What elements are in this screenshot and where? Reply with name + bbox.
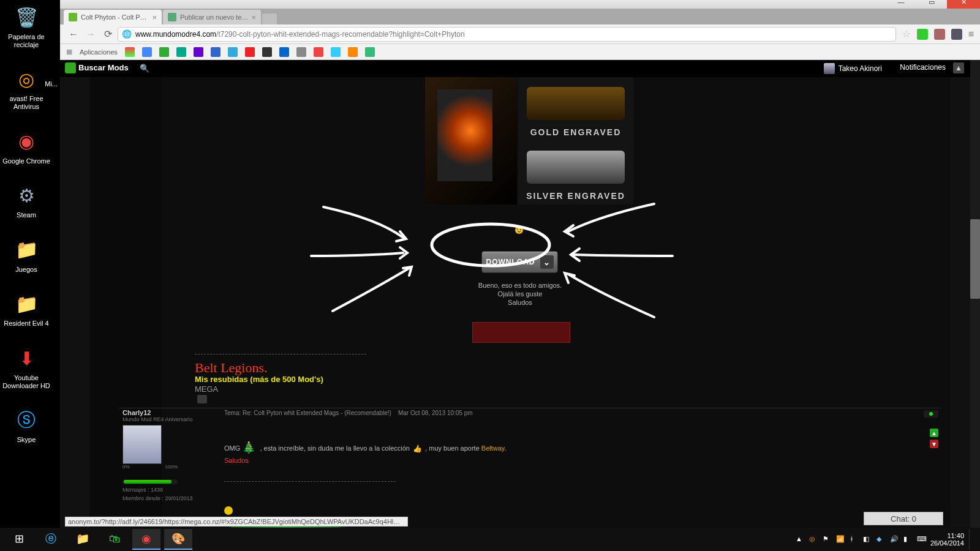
bookmark-icon[interactable] (228, 47, 238, 57)
url-path: /t7290-colt-pyton-whit-extended-mags-rec… (216, 30, 465, 39)
folder-icon: 📁 (13, 290, 40, 317)
window-titlebar[interactable]: — ▭ ✕ (60, 0, 980, 9)
start-button[interactable]: ⊞ (5, 529, 33, 550)
reply-rank: Mundo Mod RE4 Aniversario (123, 416, 196, 422)
extension-icon[interactable] (951, 29, 962, 40)
taskbar-explorer[interactable]: 📁 (69, 529, 97, 550)
upvote-button[interactable]: ▲ (930, 429, 938, 437)
tray-icon[interactable]: ◆ (876, 535, 885, 544)
desktop-icon-ytd[interactable]: ⬇Youtube Downloader HD (0, 345, 53, 389)
desktop-icon-skype[interactable]: ⓢSkype (0, 407, 53, 444)
bookmark-icon[interactable] (159, 47, 169, 57)
post-divider (119, 408, 941, 408)
url-host: www.mundomodre4.com (135, 30, 216, 39)
signature-link[interactable]: MEGA (195, 384, 218, 394)
tray-avast-icon[interactable]: ◎ (809, 535, 818, 544)
tray-flag-icon[interactable]: ⚑ (823, 535, 831, 544)
taskbar: ⊞ ⓔ 📁 🛍 ◉ 🎨 ▲ ◎ ⚑ 📶 ᚼ ◧ ◆ 🔊 ▮ ⌨ 11:40 26… (0, 528, 980, 551)
browser-tab-active[interactable]: Colt Phyton - Colt Pyton ... × (64, 10, 162, 24)
download-icon: ⬇ (13, 345, 40, 372)
scrollbar[interactable] (970, 60, 980, 528)
url-input[interactable]: 🌐 www.mundomodre4.com/t7290-colt-pyton-w… (118, 27, 896, 42)
tab-close-icon[interactable]: × (251, 13, 256, 22)
taskbar-paint[interactable]: 🎨 (164, 529, 192, 550)
bookmark-icon[interactable] (142, 47, 152, 57)
tray-battery-icon[interactable]: ▮ (903, 535, 912, 544)
annotation-arrows (60, 60, 918, 366)
desktop-icon-juegos[interactable]: 📁Juegos (0, 236, 53, 274)
reply-date: Mar Oct 08, 2013 10:05 pm (398, 410, 473, 416)
bookmark-icon[interactable] (194, 47, 203, 57)
bookmark-icon[interactable] (348, 47, 358, 57)
extension-icon[interactable] (934, 29, 945, 40)
reload-button[interactable]: ⟳ (100, 27, 115, 42)
tray-volume-icon[interactable]: 🔊 (890, 535, 899, 544)
hp-low: 0% (123, 464, 130, 470)
window-maximize-button[interactable]: ▭ (916, 0, 947, 9)
reply-message: OMG , esta increíble, sin duda me la lle… (224, 441, 941, 464)
reply-saludos: Saludos (224, 457, 941, 464)
scroll-top-button[interactable]: ▲ (953, 62, 964, 73)
clock[interactable]: 11:40 26/04/2014 (930, 532, 964, 547)
bookmark-icon[interactable] (125, 47, 135, 57)
bookmark-icon[interactable] (279, 47, 289, 57)
page-viewport: Buscar Mods 🔍 Takeo Akinori Notificacion… (60, 60, 980, 528)
reply-username[interactable]: Charly12 (123, 409, 196, 416)
status-bar-url: anonym.to/?http://adf.ly/246619/https://… (65, 517, 408, 527)
tray-icon[interactable]: ◧ (863, 535, 872, 544)
online-status-icon (924, 410, 938, 418)
tray-network-icon[interactable]: 📶 (836, 535, 845, 544)
clock-time: 11:40 (930, 532, 964, 539)
desktop-icon-recycle[interactable]: 🗑️Papelera de reciclaje (0, 4, 53, 48)
show-desktop-button[interactable] (969, 529, 975, 550)
downvote-button[interactable]: ▼ (930, 440, 938, 448)
bookmark-icon[interactable] (331, 47, 341, 57)
folder-icon: 📁 (13, 236, 40, 263)
svg-point-0 (432, 224, 549, 266)
signature-subtitle[interactable]: Mis resubidas (más de 500 Mod's) (195, 375, 323, 384)
browser-tab[interactable]: Publicar un nuevo tema ... × (163, 10, 261, 24)
signature-badge-icon[interactable] (197, 395, 207, 403)
tab-close-icon[interactable]: × (152, 13, 157, 22)
bookmark-icon[interactable] (245, 47, 255, 57)
window-close-button[interactable]: ✕ (947, 0, 980, 9)
taskbar-chrome[interactable]: ◉ (132, 529, 160, 550)
mention-link[interactable]: Beltway (481, 444, 505, 452)
new-tab-button[interactable] (262, 13, 277, 24)
menu-button[interactable]: ≡ (968, 29, 974, 40)
favicon-icon (168, 13, 176, 21)
forward-button[interactable]: → (83, 27, 98, 42)
bookmark-icon[interactable] (211, 47, 221, 57)
reply-avatar[interactable] (123, 425, 162, 464)
browser-window: — ▭ ✕ Colt Phyton - Colt Pyton ... × Pub… (60, 0, 980, 528)
signature-divider (224, 481, 396, 482)
desktop-icon-avast[interactable]: ◎avast! Free AntivirusMi... (0, 66, 53, 110)
window-minimize-button[interactable]: — (886, 0, 916, 9)
taskbar-store[interactable]: 🛍 (100, 529, 129, 550)
desktop-icon-re4[interactable]: 📁Resident Evil 4 (0, 290, 53, 328)
tab-title: Colt Phyton - Colt Pyton ... (81, 13, 149, 21)
scrollbar-thumb[interactable] (970, 219, 980, 299)
partial-icon-label: Mi... (45, 80, 58, 88)
bookmarks-label[interactable]: Aplicaciones (80, 48, 118, 56)
tab-title: Publicar un nuevo tema ... (180, 13, 249, 21)
bookmark-icon[interactable] (365, 47, 375, 57)
bookmark-icon[interactable] (176, 47, 186, 57)
extension-icon[interactable] (917, 29, 928, 40)
star-icon[interactable]: ☆ (902, 28, 911, 40)
desktop-icon-chrome[interactable]: ◉Google Chrome (0, 128, 53, 165)
back-button[interactable]: ← (66, 27, 81, 42)
taskbar-ie[interactable]: ⓔ (37, 529, 65, 550)
desktop-icon-steam[interactable]: ⚙Steam (0, 182, 53, 219)
tray-icon[interactable]: ▲ (796, 535, 804, 544)
bookmark-icon[interactable] (296, 47, 306, 57)
tray-bluetooth-icon[interactable]: ᚼ (850, 535, 858, 544)
reputation-bar (123, 479, 178, 484)
reply-user-panel: Charly12 Mundo Mod RE4 Aniversario 0%100… (123, 409, 196, 501)
recycle-bin-icon: 🗑️ (13, 4, 40, 31)
skype-icon: ⓢ (13, 407, 40, 433)
chat-widget[interactable]: Chat: 0 (864, 512, 943, 525)
tray-icon[interactable]: ⌨ (917, 535, 925, 544)
bookmark-icon[interactable] (262, 47, 272, 57)
bookmark-icon[interactable] (314, 47, 323, 57)
